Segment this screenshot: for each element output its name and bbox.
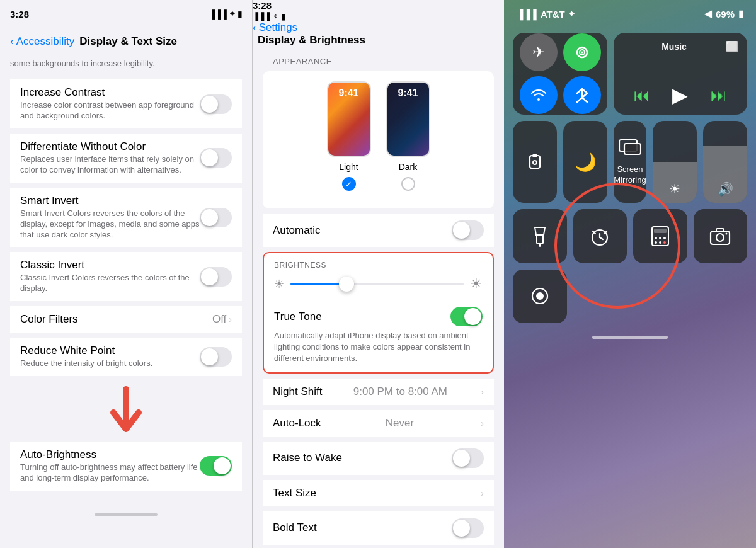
color-filters-value: Off [212, 313, 226, 326]
music-controls: ⏮ ▶ ⏭ [622, 83, 738, 107]
volume-control[interactable]: 🔊 [703, 121, 747, 203]
night-shift-label: Night Shift [273, 385, 322, 398]
auto-brightness-group: Auto-Brightness Turning off auto-brightn… [10, 442, 242, 491]
panel2-time: 3:28 [253, 0, 272, 11]
flashlight-button[interactable] [513, 209, 567, 263]
brightness-header: BRIGHTNESS [274, 261, 483, 270]
panel2-back-button[interactable]: ‹ Settings [253, 21, 504, 34]
reduce-white-point-group: Reduce White Point Reduce the intensity … [10, 338, 242, 376]
cc-battery-icon: ▮ [738, 8, 743, 20]
calculator-button[interactable] [633, 209, 687, 263]
wifi-button[interactable] [520, 76, 558, 114]
dark-thumb-time: 9:41 [398, 88, 418, 99]
svg-point-29 [536, 292, 544, 300]
dark-mode-thumb: 9:41 [386, 81, 430, 157]
screen-mirroring-label: ScreenMirroring [614, 164, 646, 186]
true-tone-toggle[interactable] [450, 307, 483, 326]
svg-rect-3 [530, 156, 540, 168]
panel1-page-title: Display & Text Size [79, 35, 177, 48]
music-label-right: Music [662, 42, 687, 52]
bold-text-label: Bold Text [273, 522, 317, 534]
screen-mirroring-button[interactable]: ScreenMirroring [614, 121, 646, 203]
volume-speaker-icon: 🔊 [718, 181, 733, 197]
previous-track-button[interactable]: ⏮ [634, 86, 650, 105]
music-card-header: Music ⬜ [622, 40, 738, 52]
differentiate-toggle[interactable] [200, 148, 232, 168]
smart-invert-toggle[interactable] [200, 208, 232, 227]
cc-row4 [513, 270, 747, 324]
screen-mirror-icon [619, 139, 641, 161]
svg-rect-9 [537, 235, 543, 244]
airplane-mode-button[interactable]: ✈ [520, 33, 558, 71]
true-tone-sub: Automatically adapt iPhone display based… [274, 326, 483, 365]
dark-mode-radio[interactable] [401, 177, 415, 191]
bluetooth-button[interactable] [563, 76, 601, 114]
color-filters-row[interactable]: Color Filters Off › [10, 306, 242, 333]
brightness-slider-track[interactable] [290, 283, 464, 285]
cc-battery-info: ◀ 69% ▮ [704, 8, 743, 20]
battery-icon: ▮ [238, 9, 242, 19]
classic-invert-toggle[interactable] [200, 267, 232, 287]
increase-contrast-sub: Increase color contrast between app fore… [20, 100, 200, 122]
appearance-options: 9:41 Light 9:41 Dark [273, 81, 484, 191]
bold-text-group: Bold Text [263, 511, 494, 545]
classic-invert-sub: Classic Invert Colors reverses the color… [20, 273, 200, 294]
smart-invert-group: Smart Invert Smart Invert Colors reverse… [10, 188, 242, 248]
raise-to-wake-toggle[interactable] [452, 448, 484, 468]
sun-bright-icon: ☀ [470, 276, 483, 292]
auto-lock-label: Auto-Lock [273, 417, 321, 430]
cc-signal-icon: ▐▐▐ [517, 9, 537, 20]
cc-battery-percent: 69% [716, 9, 735, 20]
bold-text-toggle[interactable] [452, 518, 484, 538]
panel2-back-label[interactable]: Settings [259, 21, 297, 34]
next-track-button[interactable]: ⏭ [711, 86, 727, 105]
auto-brightness-toggle[interactable] [200, 456, 232, 476]
panel2-nav-bar: ‹ Settings Display & Brightness [253, 21, 504, 47]
panel2-status-icons: ▐▐▐ ⌖ ▮ [253, 11, 504, 21]
classic-invert-title: Classic Invert [20, 259, 200, 271]
classic-invert-row: Classic Invert Classic Invert Colors rev… [10, 252, 242, 301]
reduce-white-point-sub: Reduce the intensity of bright colors. [20, 358, 200, 369]
automatic-toggle[interactable] [452, 220, 484, 240]
do-not-disturb-button[interactable]: 🌙 [563, 121, 607, 203]
signal-icon: ▐▐▐ [253, 12, 270, 21]
music-card: Music ⬜ ⏮ ▶ ⏭ [614, 33, 747, 115]
light-mode-option[interactable]: 9:41 Light [327, 81, 371, 191]
panel1-back-button[interactable]: ‹ Accessibility [10, 35, 74, 48]
red-arrow-indicator [0, 381, 252, 437]
smart-invert-title: Smart Invert [20, 195, 200, 207]
auto-brightness-title: Auto-Brightness [20, 448, 200, 461]
increase-contrast-title: Increase Contrast [20, 86, 200, 99]
auto-lock-row[interactable]: Auto-Lock Never › [263, 410, 494, 437]
panel3-control-center: ▐▐▐ AT&T ⌖ ◀ 69% ▮ ✈ [504, 0, 756, 548]
automatic-group: Automatic [263, 214, 494, 247]
screen-record-button[interactable] [513, 270, 567, 324]
play-pause-button[interactable]: ▶ [672, 83, 688, 107]
brightness-slider-thumb[interactable] [339, 277, 354, 292]
brightness-control[interactable]: ☀ [653, 121, 697, 203]
camera-button[interactable] [694, 209, 748, 263]
cc-row1: ✈ Music ⬜ ⏮ ▶ [513, 33, 747, 115]
cellular-button[interactable] [563, 33, 601, 71]
dark-mode-option[interactable]: 9:41 Dark [386, 81, 430, 191]
orientation-lock-button[interactable] [513, 121, 557, 203]
text-size-row[interactable]: Text Size › [263, 480, 494, 506]
alarm-button[interactable] [573, 209, 627, 263]
panel2-status-bar: 3:28 ▐▐▐ ⌖ ▮ [253, 0, 504, 21]
raise-to-wake-label: Raise to Wake [273, 452, 342, 464]
night-shift-row[interactable]: Night Shift 9:00 PM to 8:00 AM › [263, 379, 494, 405]
dark-mode-label: Dark [399, 162, 418, 172]
night-shift-chevron: › [481, 387, 484, 397]
cc-main-content: ✈ Music ⬜ ⏮ ▶ [504, 28, 756, 344]
differentiate-title: Differentiate Without Color [20, 140, 200, 153]
light-mode-radio[interactable] [342, 177, 356, 191]
smart-invert-row: Smart Invert Smart Invert Colors reverse… [10, 188, 242, 248]
back-chevron-icon: ‹ [253, 21, 256, 34]
reduce-white-point-toggle[interactable] [200, 347, 232, 367]
text-size-chevron: › [481, 488, 484, 498]
battery-icon: ▮ [281, 12, 285, 21]
airplay-icon[interactable]: ⬜ [726, 40, 738, 52]
panel1-back-label[interactable]: Accessibility [16, 35, 75, 48]
svg-point-19 [659, 237, 662, 239]
increase-contrast-toggle[interactable] [200, 94, 232, 114]
